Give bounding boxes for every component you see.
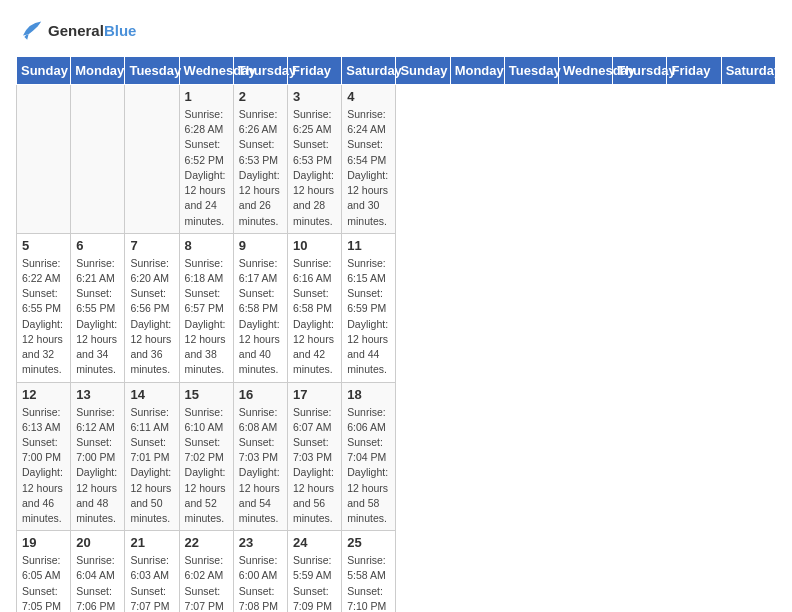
calendar-table: SundayMondayTuesdayWednesdayThursdayFrid…	[16, 56, 776, 612]
day-number: 6	[76, 238, 119, 253]
day-number: 9	[239, 238, 282, 253]
day-number: 5	[22, 238, 65, 253]
day-info: Sunrise: 5:59 AM Sunset: 7:09 PM Dayligh…	[293, 553, 336, 612]
day-number: 25	[347, 535, 390, 550]
calendar-cell: 25Sunrise: 5:58 AM Sunset: 7:10 PM Dayli…	[342, 531, 396, 612]
day-number: 7	[130, 238, 173, 253]
calendar-cell: 23Sunrise: 6:00 AM Sunset: 7:08 PM Dayli…	[233, 531, 287, 612]
day-number: 17	[293, 387, 336, 402]
col-header-saturday: Saturday	[721, 57, 775, 85]
calendar-cell: 15Sunrise: 6:10 AM Sunset: 7:02 PM Dayli…	[179, 382, 233, 531]
day-info: Sunrise: 6:18 AM Sunset: 6:57 PM Dayligh…	[185, 256, 228, 378]
calendar-cell: 9Sunrise: 6:17 AM Sunset: 6:58 PM Daylig…	[233, 233, 287, 382]
calendar-cell: 1Sunrise: 6:28 AM Sunset: 6:52 PM Daylig…	[179, 85, 233, 234]
day-number: 3	[293, 89, 336, 104]
calendar-cell: 11Sunrise: 6:15 AM Sunset: 6:59 PM Dayli…	[342, 233, 396, 382]
day-number: 23	[239, 535, 282, 550]
day-number: 18	[347, 387, 390, 402]
col-header-thursday: Thursday	[613, 57, 667, 85]
day-info: Sunrise: 5:58 AM Sunset: 7:10 PM Dayligh…	[347, 553, 390, 612]
day-info: Sunrise: 6:07 AM Sunset: 7:03 PM Dayligh…	[293, 405, 336, 527]
calendar-cell: 5Sunrise: 6:22 AM Sunset: 6:55 PM Daylig…	[17, 233, 71, 382]
day-info: Sunrise: 6:10 AM Sunset: 7:02 PM Dayligh…	[185, 405, 228, 527]
day-info: Sunrise: 6:13 AM Sunset: 7:00 PM Dayligh…	[22, 405, 65, 527]
header: GeneralBlue	[16, 16, 776, 44]
col-header-monday: Monday	[71, 57, 125, 85]
col-header-friday: Friday	[288, 57, 342, 85]
day-number: 19	[22, 535, 65, 550]
day-info: Sunrise: 6:16 AM Sunset: 6:58 PM Dayligh…	[293, 256, 336, 378]
day-info: Sunrise: 6:25 AM Sunset: 6:53 PM Dayligh…	[293, 107, 336, 229]
logo-text: GeneralBlue	[48, 22, 136, 39]
calendar-cell: 19Sunrise: 6:05 AM Sunset: 7:05 PM Dayli…	[17, 531, 71, 612]
col-header-wednesday: Wednesday	[559, 57, 613, 85]
calendar-cell: 2Sunrise: 6:26 AM Sunset: 6:53 PM Daylig…	[233, 85, 287, 234]
day-info: Sunrise: 6:11 AM Sunset: 7:01 PM Dayligh…	[130, 405, 173, 527]
calendar-cell: 14Sunrise: 6:11 AM Sunset: 7:01 PM Dayli…	[125, 382, 179, 531]
logo: GeneralBlue	[16, 16, 136, 44]
col-header-wednesday: Wednesday	[179, 57, 233, 85]
day-info: Sunrise: 6:17 AM Sunset: 6:58 PM Dayligh…	[239, 256, 282, 378]
day-info: Sunrise: 6:28 AM Sunset: 6:52 PM Dayligh…	[185, 107, 228, 229]
day-number: 20	[76, 535, 119, 550]
col-header-friday: Friday	[667, 57, 721, 85]
calendar-cell	[71, 85, 125, 234]
calendar-header-row: SundayMondayTuesdayWednesdayThursdayFrid…	[17, 57, 776, 85]
day-number: 8	[185, 238, 228, 253]
day-info: Sunrise: 6:22 AM Sunset: 6:55 PM Dayligh…	[22, 256, 65, 378]
day-number: 13	[76, 387, 119, 402]
day-info: Sunrise: 6:02 AM Sunset: 7:07 PM Dayligh…	[185, 553, 228, 612]
col-header-saturday: Saturday	[342, 57, 396, 85]
day-number: 4	[347, 89, 390, 104]
day-info: Sunrise: 6:08 AM Sunset: 7:03 PM Dayligh…	[239, 405, 282, 527]
calendar-cell: 8Sunrise: 6:18 AM Sunset: 6:57 PM Daylig…	[179, 233, 233, 382]
day-number: 14	[130, 387, 173, 402]
col-header-sunday: Sunday	[17, 57, 71, 85]
day-number: 1	[185, 89, 228, 104]
calendar-week-row: 1Sunrise: 6:28 AM Sunset: 6:52 PM Daylig…	[17, 85, 776, 234]
day-info: Sunrise: 6:06 AM Sunset: 7:04 PM Dayligh…	[347, 405, 390, 527]
calendar-cell: 4Sunrise: 6:24 AM Sunset: 6:54 PM Daylig…	[342, 85, 396, 234]
calendar-cell: 16Sunrise: 6:08 AM Sunset: 7:03 PM Dayli…	[233, 382, 287, 531]
day-info: Sunrise: 6:00 AM Sunset: 7:08 PM Dayligh…	[239, 553, 282, 612]
day-info: Sunrise: 6:04 AM Sunset: 7:06 PM Dayligh…	[76, 553, 119, 612]
calendar-cell: 24Sunrise: 5:59 AM Sunset: 7:09 PM Dayli…	[288, 531, 342, 612]
day-info: Sunrise: 6:26 AM Sunset: 6:53 PM Dayligh…	[239, 107, 282, 229]
day-number: 22	[185, 535, 228, 550]
calendar-cell: 20Sunrise: 6:04 AM Sunset: 7:06 PM Dayli…	[71, 531, 125, 612]
calendar-week-row: 5Sunrise: 6:22 AM Sunset: 6:55 PM Daylig…	[17, 233, 776, 382]
calendar-cell: 12Sunrise: 6:13 AM Sunset: 7:00 PM Dayli…	[17, 382, 71, 531]
calendar-cell: 18Sunrise: 6:06 AM Sunset: 7:04 PM Dayli…	[342, 382, 396, 531]
day-number: 2	[239, 89, 282, 104]
day-number: 21	[130, 535, 173, 550]
day-info: Sunrise: 6:12 AM Sunset: 7:00 PM Dayligh…	[76, 405, 119, 527]
calendar-cell: 7Sunrise: 6:20 AM Sunset: 6:56 PM Daylig…	[125, 233, 179, 382]
day-number: 11	[347, 238, 390, 253]
calendar-cell: 3Sunrise: 6:25 AM Sunset: 6:53 PM Daylig…	[288, 85, 342, 234]
calendar-cell: 13Sunrise: 6:12 AM Sunset: 7:00 PM Dayli…	[71, 382, 125, 531]
calendar-cell: 17Sunrise: 6:07 AM Sunset: 7:03 PM Dayli…	[288, 382, 342, 531]
col-header-tuesday: Tuesday	[125, 57, 179, 85]
calendar-cell: 6Sunrise: 6:21 AM Sunset: 6:55 PM Daylig…	[71, 233, 125, 382]
calendar-cell: 21Sunrise: 6:03 AM Sunset: 7:07 PM Dayli…	[125, 531, 179, 612]
calendar-cell: 22Sunrise: 6:02 AM Sunset: 7:07 PM Dayli…	[179, 531, 233, 612]
logo-icon	[16, 16, 44, 44]
day-info: Sunrise: 6:24 AM Sunset: 6:54 PM Dayligh…	[347, 107, 390, 229]
day-info: Sunrise: 6:03 AM Sunset: 7:07 PM Dayligh…	[130, 553, 173, 612]
day-info: Sunrise: 6:15 AM Sunset: 6:59 PM Dayligh…	[347, 256, 390, 378]
day-number: 10	[293, 238, 336, 253]
col-header-thursday: Thursday	[233, 57, 287, 85]
calendar-cell	[17, 85, 71, 234]
day-info: Sunrise: 6:21 AM Sunset: 6:55 PM Dayligh…	[76, 256, 119, 378]
day-info: Sunrise: 6:05 AM Sunset: 7:05 PM Dayligh…	[22, 553, 65, 612]
calendar-week-row: 19Sunrise: 6:05 AM Sunset: 7:05 PM Dayli…	[17, 531, 776, 612]
col-header-sunday: Sunday	[396, 57, 450, 85]
day-info: Sunrise: 6:20 AM Sunset: 6:56 PM Dayligh…	[130, 256, 173, 378]
calendar-cell	[125, 85, 179, 234]
calendar-cell: 10Sunrise: 6:16 AM Sunset: 6:58 PM Dayli…	[288, 233, 342, 382]
col-header-tuesday: Tuesday	[504, 57, 558, 85]
day-number: 24	[293, 535, 336, 550]
col-header-monday: Monday	[450, 57, 504, 85]
day-number: 15	[185, 387, 228, 402]
day-number: 16	[239, 387, 282, 402]
